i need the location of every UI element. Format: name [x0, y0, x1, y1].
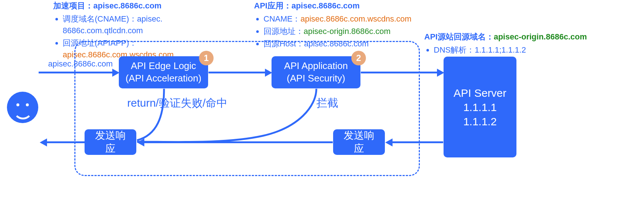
origin-dns-value: 1.1.1.1;1.1.1.2	[475, 45, 526, 54]
send-response-node-right: 发送响应	[333, 129, 385, 155]
arrow-out-head	[40, 138, 47, 146]
entry-domain-label: apisec.8686c.com	[48, 59, 113, 69]
arrow-resp2-to-resp1-head	[137, 138, 144, 146]
edge-line1: API Edge Logic	[131, 60, 196, 72]
architecture-diagram: 加速项目：apisec.8686c.com 调度域名(CNAME)：apisec…	[0, 0, 644, 202]
arrow-entry	[39, 72, 113, 73]
api-application-node: API Application (API Security) 2	[272, 56, 360, 88]
origin-config-block: API源站回源域名：apisec-origin.8686c.com DNS解析：…	[424, 31, 643, 57]
apiapp-cname-label: CNAME：	[264, 14, 300, 23]
apiapp-cname-value: apisec.8686c.com.wscdns.com	[300, 14, 411, 23]
user-smile-icon	[7, 92, 38, 123]
accel-cname-label: 调度域名(CNAME)：	[63, 14, 137, 23]
apiapp-origin-value: apisec-origin.8686c.com	[304, 27, 390, 36]
arrow-resp2-to-resp1	[143, 141, 333, 143]
app-line1: API Application	[284, 60, 348, 72]
origin-title-label: API源站回源域名：	[424, 32, 494, 41]
accel-title-label: 加速项目：	[53, 1, 93, 10]
server-line3: 1.1.1.2	[463, 114, 497, 129]
edge-line2: (API Acceleration)	[125, 72, 201, 85]
origin-dns-label: DNS解析：	[434, 45, 475, 54]
arrow-edge-to-app	[208, 72, 266, 73]
server-line2: 1.1.1.1	[463, 100, 497, 114]
badge-1: 1	[199, 51, 214, 65]
arrow-entry-head	[112, 69, 120, 77]
return-label: return/验证失败/命中	[127, 96, 227, 111]
arrow-server-to-resp-head	[385, 138, 393, 146]
arrow-server-to-resp	[391, 141, 443, 143]
badge-2: 2	[351, 51, 366, 65]
arrow-app-to-server	[361, 72, 438, 73]
api-server-node: API Server 1.1.1.1 1.1.1.2	[444, 57, 516, 157]
arrow-app-to-server-head	[437, 69, 444, 77]
arrow-out	[46, 141, 85, 143]
accel-title-value: apisec.8686c.com	[93, 1, 161, 10]
resp1-text: 发送响应	[90, 129, 130, 156]
apiapp-title-label: API应用：	[254, 1, 292, 10]
api-edge-logic-node: API Edge Logic (API Acceleration) 1	[119, 56, 208, 88]
apiapp-title-value: apisec.8686c.com	[292, 1, 360, 10]
server-line1: API Server	[453, 86, 506, 100]
app-line2: (API Security)	[287, 72, 345, 85]
apiapp-origin-label: 回源地址：	[264, 27, 304, 36]
intercept-label: 拦截	[316, 96, 338, 111]
arrow-edge-to-app-head	[265, 69, 272, 77]
resp2-text: 发送响应	[339, 129, 379, 156]
origin-title-value: apisec-origin.8686c.com	[494, 32, 587, 41]
send-response-node-left: 发送响应	[85, 129, 136, 155]
